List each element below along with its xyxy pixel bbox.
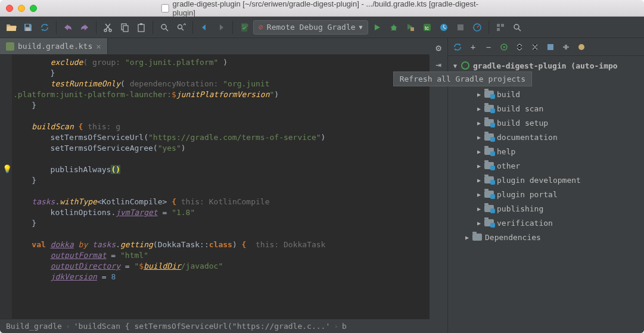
svg-point-23 [578, 44, 584, 50]
save-all-icon[interactable] [20, 20, 36, 35]
svg-text:010: 010 [242, 23, 248, 27]
paste-icon[interactable] [133, 20, 149, 35]
expand-arrow-icon[interactable] [450, 63, 460, 69]
svg-rect-1 [26, 28, 30, 31]
back-icon[interactable] [197, 20, 212, 35]
chevron-down-icon: ▼ [359, 24, 363, 30]
svg-rect-0 [26, 24, 29, 27]
breadcrumb-item[interactable]: 'buildScan { setTermsOfServiceUrl("https… [74, 322, 330, 331]
structure-icon[interactable] [493, 20, 508, 35]
expand-arrow-icon[interactable] [474, 177, 484, 183]
build-icon[interactable]: 010 [237, 20, 252, 35]
search-everywhere-icon[interactable] [509, 20, 525, 35]
tab-build-gradle[interactable]: build.gradle.kts × [0, 38, 108, 54]
stop-icon[interactable] [453, 20, 468, 35]
remove-icon[interactable]: − [481, 40, 496, 54]
gradle-task-group[interactable]: publishing [448, 201, 644, 216]
settings-gear-icon[interactable]: ⚙ [433, 42, 444, 54]
svg-point-20 [514, 24, 519, 29]
gradle-task-group[interactable]: build scan [448, 101, 644, 116]
coverage-icon[interactable] [403, 20, 418, 35]
add-icon[interactable]: + [466, 40, 480, 54]
clock-icon[interactable] [436, 20, 452, 35]
code-editor[interactable]: ⚑ exclude( group: "org.junit.platform" )… [0, 55, 447, 319]
undo-icon[interactable] [60, 20, 76, 35]
hide-panel-icon[interactable]: ⇥ [433, 58, 444, 70]
titlebar: gradle-digest-plugin [~/src/eriwen/gradl… [0, 0, 644, 17]
expand-arrow-icon[interactable] [474, 134, 484, 141]
svg-rect-6 [138, 24, 144, 32]
gradle-tree[interactable]: gradle-digest-plugin (auto-impo Tasks bu… [448, 56, 644, 333]
close-tab-icon[interactable]: × [96, 42, 101, 51]
expand-all-icon[interactable] [512, 40, 527, 54]
folder-icon [484, 148, 494, 155]
folder-icon [484, 162, 494, 169]
expand-arrow-icon[interactable] [474, 220, 484, 226]
gradle-icon [461, 61, 469, 70]
svg-rect-19 [497, 28, 500, 31]
task-group-label: other [497, 161, 520, 170]
dashboard-icon[interactable] [469, 20, 485, 35]
gradle-task-group[interactable]: verification [448, 216, 644, 230]
task-group-label: documentation [497, 133, 558, 142]
gradle-task-group[interactable]: documentation [448, 130, 644, 144]
folder-icon [484, 219, 494, 226]
intention-bulb-icon[interactable]: 💡 [2, 164, 12, 173]
expand-arrow-icon[interactable] [474, 120, 484, 126]
tab-filename: build.gradle.kts [18, 42, 92, 51]
run-config-selector[interactable]: ⊘ Remote Debug Gradle ▼ [253, 20, 368, 35]
svg-rect-5 [123, 26, 128, 32]
gradle-task-group[interactable]: help [448, 144, 644, 158]
debug-icon[interactable] [386, 20, 402, 35]
replace-icon[interactable] [173, 20, 189, 35]
expand-arrow-icon[interactable] [474, 206, 484, 212]
breadcrumb-item[interactable]: Build_gradle [6, 322, 62, 331]
folder-icon [472, 234, 482, 241]
run-icon[interactable] [369, 20, 385, 35]
svg-rect-22 [547, 44, 553, 50]
task-group-label: plugin portal [497, 190, 558, 199]
open-icon[interactable] [4, 20, 19, 35]
editor-tabs: build.gradle.kts × [0, 38, 447, 55]
show-settings-icon[interactable] [543, 40, 558, 54]
svg-rect-17 [497, 24, 500, 27]
expand-arrow-icon[interactable] [462, 234, 472, 241]
expand-arrow-icon[interactable] [474, 105, 484, 112]
expand-arrow-icon[interactable] [474, 163, 484, 169]
refresh-gradle-icon[interactable] [450, 40, 465, 54]
maximize-window-button[interactable] [30, 5, 37, 12]
profiler-icon[interactable]: tc [419, 20, 435, 35]
gradle-deps-node[interactable]: Dependencies [448, 230, 644, 244]
cut-icon[interactable] [100, 20, 116, 35]
gradle-task-group[interactable]: build [448, 87, 644, 101]
gradle-root-node[interactable]: gradle-digest-plugin (auto-impo [448, 58, 644, 73]
gradle-task-group[interactable]: plugin portal [448, 187, 644, 201]
copy-icon[interactable] [117, 20, 132, 35]
gradle-task-group[interactable]: other [448, 158, 644, 173]
find-icon[interactable] [157, 20, 172, 35]
redo-icon[interactable] [77, 20, 92, 35]
task-group-label: build [497, 90, 520, 99]
expand-arrow-icon[interactable] [474, 91, 484, 98]
gradle-task-group[interactable]: build setup [448, 116, 644, 130]
collapse-all-icon[interactable] [528, 40, 542, 54]
toggle-offline-icon[interactable] [559, 40, 573, 54]
task-group-label: help [497, 147, 515, 156]
folder-icon [484, 176, 494, 183]
svg-text:tc: tc [425, 25, 430, 31]
forward-icon[interactable] [213, 20, 229, 35]
execute-icon[interactable] [497, 40, 511, 54]
svg-point-2 [104, 29, 107, 32]
minimize-window-button[interactable] [18, 5, 25, 12]
sync-icon[interactable] [37, 20, 52, 35]
expand-arrow-icon[interactable] [474, 148, 484, 155]
gradle-settings-icon[interactable] [574, 40, 589, 54]
close-window-button[interactable] [6, 5, 13, 12]
svg-rect-15 [458, 24, 463, 30]
task-group-label: verification [497, 219, 553, 228]
task-group-label: build scan [497, 104, 543, 113]
gradle-task-group[interactable]: plugin development [448, 173, 644, 187]
breadcrumb-item[interactable]: b [342, 322, 347, 331]
expand-arrow-icon[interactable] [474, 191, 484, 198]
task-group-label: build setup [497, 119, 548, 127]
